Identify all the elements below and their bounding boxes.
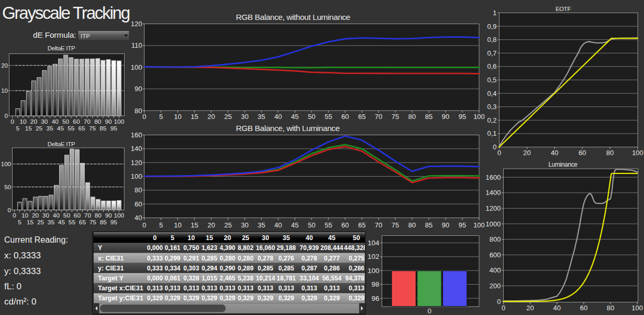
svg-text:0,329: 0,329	[202, 295, 217, 302]
svg-text:0,5: 0,5	[487, 76, 496, 84]
svg-text:20: 20	[207, 113, 215, 121]
svg-text:0,313: 0,313	[279, 285, 294, 292]
svg-text:20: 20	[207, 221, 215, 229]
svg-text:40: 40	[274, 113, 282, 121]
svg-text:5: 5	[18, 219, 21, 226]
svg-text:60: 60	[135, 200, 142, 208]
svg-text:85: 85	[100, 219, 107, 226]
svg-text:0,313: 0,313	[302, 285, 317, 292]
svg-text:5: 5	[159, 221, 163, 229]
svg-text:1200: 1200	[486, 204, 501, 212]
svg-text:448,328: 448,328	[344, 244, 367, 252]
svg-text:10,214: 10,214	[256, 275, 275, 282]
svg-text:50: 50	[308, 113, 315, 121]
svg-text:60: 60	[579, 149, 586, 157]
svg-text:45: 45	[57, 125, 64, 132]
svg-text:15: 15	[191, 113, 198, 121]
svg-text:0,287: 0,287	[302, 265, 317, 272]
svg-text:8,802: 8,802	[238, 244, 253, 252]
svg-text:800: 800	[490, 235, 501, 243]
svg-text:Target Y: Target Y	[98, 275, 124, 282]
svg-text:55: 55	[325, 221, 332, 229]
svg-text:65: 65	[79, 125, 86, 132]
svg-text:70,939: 70,939	[299, 244, 319, 252]
svg-text:0,278: 0,278	[302, 255, 317, 262]
svg-text:cd/m²: 0: cd/m²: 0	[4, 297, 36, 307]
svg-text:200: 200	[490, 282, 501, 290]
svg-text:100: 100	[473, 113, 485, 121]
svg-text:100: 100	[632, 149, 643, 157]
svg-text:85: 85	[425, 113, 432, 121]
svg-text:0,285: 0,285	[202, 255, 217, 262]
svg-text:0,277: 0,277	[324, 255, 340, 262]
svg-text:120: 120	[131, 20, 142, 28]
svg-text:70: 70	[375, 113, 382, 121]
svg-text:40: 40	[135, 214, 142, 222]
svg-text:0,334: 0,334	[164, 265, 180, 272]
svg-text:102: 102	[368, 253, 380, 260]
svg-text:dE Formula:: dE Formula:	[33, 30, 76, 39]
svg-text:0,329: 0,329	[324, 295, 340, 302]
svg-text:y: 0,3333: y: 0,3333	[4, 266, 41, 276]
svg-text:0,329: 0,329	[349, 295, 364, 302]
svg-text:80: 80	[135, 107, 142, 115]
svg-text:400: 400	[490, 266, 501, 274]
svg-text:65: 65	[79, 219, 86, 226]
svg-text:0,328: 0,328	[183, 275, 199, 282]
svg-text:1,015: 1,015	[202, 275, 217, 282]
svg-text:80: 80	[606, 149, 614, 157]
svg-text:95: 95	[110, 125, 118, 132]
svg-text:30: 30	[42, 212, 50, 219]
svg-text:35: 35	[46, 125, 53, 132]
svg-text:16,060: 16,060	[256, 244, 275, 252]
svg-text:0,313: 0,313	[324, 285, 340, 292]
svg-text:0,329: 0,329	[258, 295, 273, 302]
svg-text:120: 120	[131, 159, 142, 167]
svg-text:30: 30	[262, 234, 269, 242]
svg-text:70: 70	[84, 212, 92, 219]
svg-text:25: 25	[224, 221, 231, 229]
svg-text:100: 100	[368, 267, 380, 275]
svg-text:600: 600	[490, 251, 501, 259]
svg-text:10: 10	[174, 113, 181, 121]
svg-text:0,303: 0,303	[183, 265, 199, 272]
svg-text:0: 0	[497, 149, 501, 157]
svg-text:0,313: 0,313	[219, 285, 235, 292]
svg-text:25: 25	[224, 113, 231, 121]
svg-text:100: 100	[1, 161, 11, 167]
svg-text:1400: 1400	[486, 189, 501, 197]
svg-text:60: 60	[341, 221, 349, 229]
svg-text:0: 0	[5, 113, 8, 119]
svg-text:80: 80	[135, 186, 142, 194]
svg-text:0: 0	[142, 113, 146, 121]
svg-text:50: 50	[308, 221, 315, 229]
svg-text:95: 95	[459, 221, 466, 229]
svg-text:0,8: 0,8	[487, 36, 496, 44]
svg-text:80: 80	[95, 212, 102, 219]
svg-text:25: 25	[36, 125, 43, 132]
svg-text:100: 100	[131, 63, 142, 71]
svg-text:75: 75	[392, 113, 399, 121]
svg-text:0,000: 0,000	[147, 275, 163, 282]
svg-text:0,329: 0,329	[164, 295, 180, 302]
svg-text:5,238: 5,238	[238, 275, 253, 282]
svg-text:0,333: 0,333	[147, 255, 163, 262]
svg-text:0,285: 0,285	[279, 265, 294, 272]
svg-text:0: 0	[13, 212, 16, 219]
svg-text:90: 90	[442, 113, 449, 121]
svg-text:0,329: 0,329	[279, 295, 294, 302]
svg-text:35: 35	[283, 234, 290, 242]
svg-text:56,554: 56,554	[322, 275, 341, 282]
svg-text:75: 75	[90, 219, 97, 226]
svg-text:1: 1	[493, 9, 496, 17]
svg-text:85: 85	[99, 125, 107, 132]
svg-text:40: 40	[306, 234, 313, 242]
svg-text:0: 0	[142, 221, 146, 229]
svg-text:60: 60	[73, 118, 80, 125]
svg-text:10: 10	[187, 234, 195, 242]
svg-text:0,313: 0,313	[147, 285, 163, 292]
svg-text:80: 80	[408, 113, 416, 121]
svg-text:160: 160	[131, 131, 142, 139]
svg-text:0,061: 0,061	[164, 275, 180, 282]
svg-text:30: 30	[241, 113, 248, 121]
